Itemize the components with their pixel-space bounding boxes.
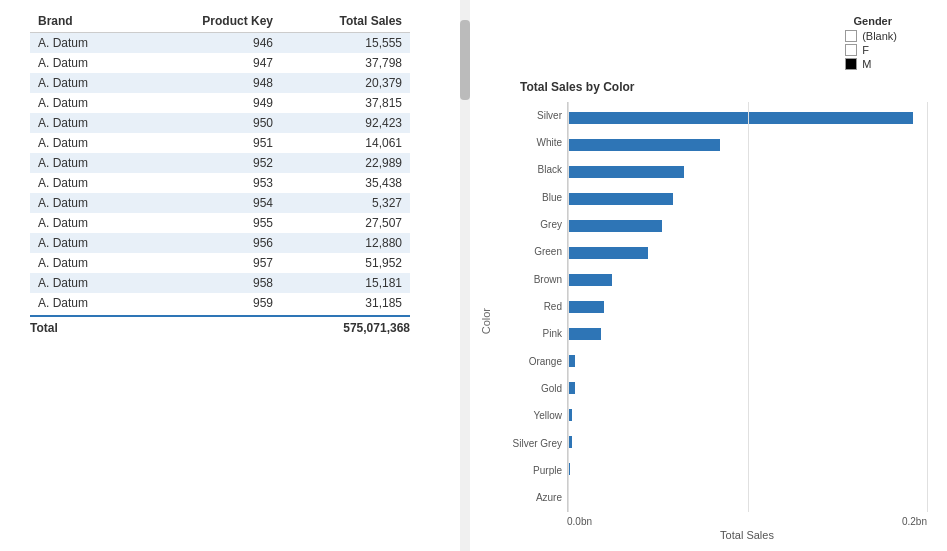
y-label-brown: Brown [497, 275, 562, 285]
table-cell-5-1: 951 [139, 133, 281, 153]
table-cell-1-2: 37,798 [281, 53, 410, 73]
y-label-orange: Orange [497, 357, 562, 367]
legend-items: (Blank)FM [845, 30, 897, 70]
table-cell-0-1: 946 [139, 33, 281, 54]
scroll-thumb[interactable] [460, 20, 470, 100]
y-label-gold: Gold [497, 384, 562, 394]
table-row: A. Datum95114,061 [30, 133, 410, 153]
table-cell-3-2: 37,815 [281, 93, 410, 113]
table-cell-7-1: 953 [139, 173, 281, 193]
table-cell-13-2: 31,185 [281, 293, 410, 313]
table-cell-11-0: A. Datum [30, 253, 139, 273]
bar-silver [568, 112, 913, 124]
table-cell-2-1: 948 [139, 73, 281, 93]
table-cell-8-2: 5,327 [281, 193, 410, 213]
table-cell-6-2: 22,989 [281, 153, 410, 173]
table-cell-9-0: A. Datum [30, 213, 139, 233]
y-label-red: Red [497, 302, 562, 312]
y-label-silver-grey: Silver Grey [497, 439, 562, 449]
table-cell-7-0: A. Datum [30, 173, 139, 193]
table-cell-10-2: 12,880 [281, 233, 410, 253]
table-row: A. Datum9545,327 [30, 193, 410, 213]
bar-gold [568, 382, 575, 394]
table-cell-1-0: A. Datum [30, 53, 139, 73]
table-cell-0-0: A. Datum [30, 33, 139, 54]
y-label-pink: Pink [497, 329, 562, 339]
table-row: A. Datum95335,438 [30, 173, 410, 193]
table-cell-12-2: 15,181 [281, 273, 410, 293]
legend-item-blank: (Blank) [845, 30, 897, 42]
col-total-sales: Total Sales [281, 10, 410, 33]
table-cell-9-2: 27,507 [281, 213, 410, 233]
scrollbar[interactable] [460, 0, 470, 551]
chart-title: Total Sales by Color [480, 80, 927, 94]
table-cell-12-0: A. Datum [30, 273, 139, 293]
bar-black [568, 166, 684, 178]
bar-green [568, 247, 648, 259]
legend-label-f: F [862, 44, 869, 56]
bar-blue [568, 193, 673, 205]
total-value: 575,071,368 [343, 321, 410, 335]
table-cell-4-0: A. Datum [30, 113, 139, 133]
table-row: A. Datum94820,379 [30, 73, 410, 93]
table-cell-8-1: 954 [139, 193, 281, 213]
left-panel: Brand Product Key Total Sales A. Datum94… [0, 0, 470, 551]
bar-grey [568, 220, 662, 232]
bar-red [568, 301, 604, 313]
y-label-silver: Silver [497, 111, 562, 121]
legend-item-f: F [845, 44, 897, 56]
y-label-yellow: Yellow [497, 411, 562, 421]
table-row: A. Datum95751,952 [30, 253, 410, 273]
table-row: A. Datum95931,185 [30, 293, 410, 313]
table-cell-5-2: 14,061 [281, 133, 410, 153]
y-label-azure: Azure [497, 493, 562, 503]
y-labels: SilverWhiteBlackBlueGreyGreenBrownRedPin… [497, 102, 567, 512]
x-axis-title: Total Sales [497, 529, 927, 541]
y-label-purple: Purple [497, 466, 562, 476]
x-label-start: 0.0bn [567, 516, 592, 527]
table-cell-11-2: 51,952 [281, 253, 410, 273]
table-cell-0-2: 15,555 [281, 33, 410, 54]
bar-orange [568, 355, 575, 367]
y-label-black: Black [497, 165, 562, 175]
legend-item-m: M [845, 58, 897, 70]
col-product-key: Product Key [139, 10, 281, 33]
table-cell-13-1: 959 [139, 293, 281, 313]
data-table-container: Brand Product Key Total Sales A. Datum94… [30, 10, 470, 551]
table-row: A. Datum95222,989 [30, 153, 410, 173]
table-cell-3-0: A. Datum [30, 93, 139, 113]
table-cell-3-1: 949 [139, 93, 281, 113]
table-cell-6-1: 952 [139, 153, 281, 173]
grid-line-0 [568, 102, 569, 512]
table-row: A. Datum94737,798 [30, 53, 410, 73]
table-row: A. Datum94615,555 [30, 33, 410, 54]
legend: Gender (Blank)FM [480, 15, 917, 70]
grid-line-50 [748, 102, 749, 512]
legend-title: Gender [853, 15, 892, 27]
table-cell-7-2: 35,438 [281, 173, 410, 193]
bars-canvas [567, 102, 927, 512]
bar-white [568, 139, 720, 151]
bar-brown [568, 274, 612, 286]
legend-label-blank: (Blank) [862, 30, 897, 42]
table-cell-2-0: A. Datum [30, 73, 139, 93]
y-label-grey: Grey [497, 220, 562, 230]
grid-line-100 [927, 102, 928, 512]
bar-pink [568, 328, 601, 340]
right-panel: Gender (Blank)FM Total Sales by Color Co… [470, 0, 947, 551]
chart-inner: SilverWhiteBlackBlueGreyGreenBrownRedPin… [497, 102, 927, 541]
col-brand: Brand [30, 10, 139, 33]
bars-section: SilverWhiteBlackBlueGreyGreenBrownRedPin… [497, 102, 927, 512]
legend-box-f [845, 44, 857, 56]
y-axis-label: Color [480, 308, 492, 334]
y-label-blue: Blue [497, 193, 562, 203]
table-cell-4-2: 92,423 [281, 113, 410, 133]
table-cell-8-0: A. Datum [30, 193, 139, 213]
legend-box-m [845, 58, 857, 70]
table-row: A. Datum95815,181 [30, 273, 410, 293]
table-cell-1-1: 947 [139, 53, 281, 73]
table-cell-10-0: A. Datum [30, 233, 139, 253]
table-row: A. Datum94937,815 [30, 93, 410, 113]
x-label-end: 0.2bn [902, 516, 927, 527]
table-cell-5-0: A. Datum [30, 133, 139, 153]
